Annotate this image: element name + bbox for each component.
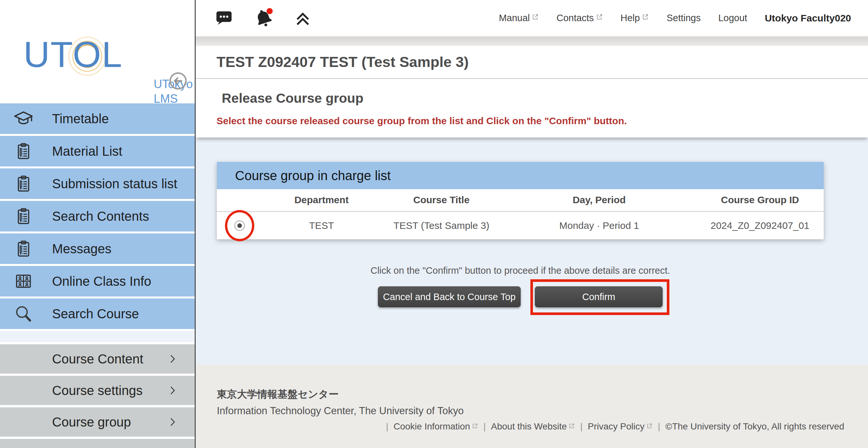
sidebar-item-course-settings[interactable]: Course settings [0, 376, 195, 405]
page-title: TEST Z092407 TEST (Test Sample 3) [217, 54, 468, 71]
sidebar-collapse-button[interactable] [168, 71, 188, 91]
page-title-band: TEST Z092407 TEST (Test Sample 3) [196, 46, 868, 78]
logo-text: UTOL [24, 36, 123, 73]
external-link-icon [642, 12, 649, 23]
contacts-link[interactable]: Contacts [556, 13, 603, 24]
clipboard-list-icon [13, 173, 34, 194]
clipboard-list-icon [13, 141, 34, 162]
topbar-icon-group [214, 7, 312, 29]
logout-link[interactable]: Logout [718, 13, 747, 24]
sidebar-item-search-contents[interactable]: Search Contents [0, 201, 195, 232]
copyright-text: ©The University of Tokyo, All rights res… [665, 421, 844, 432]
table-header-row: Department Course Title Day, Period Cour… [217, 189, 824, 211]
cell-course-group-id: 2024_Z0_Z092407_01 [696, 211, 824, 239]
sidebar-item-online-class-info[interactable]: Online Class Info [0, 266, 195, 297]
action-buttons: Cancel and Back to Course Top Confirm [217, 286, 824, 307]
column-header-course-title: Course Title [381, 189, 502, 211]
sidebar-item-course-group[interactable]: Course group [0, 407, 195, 437]
radio-column-header [217, 189, 262, 211]
radio-cell [217, 211, 262, 239]
section-band: Release Course group Select the course r… [196, 79, 868, 138]
footer-links: | Cookie Information | About this Websit… [217, 421, 844, 432]
footer-separator: | [580, 421, 583, 432]
notifications-button[interactable] [253, 7, 275, 29]
main-content: Course group in charge list Department C… [196, 138, 868, 365]
external-link-icon [532, 12, 539, 23]
privacy-policy-link[interactable]: Privacy Policy [588, 421, 652, 432]
footer-separator: | [386, 421, 388, 432]
graduation-cap-icon [13, 108, 34, 129]
footer-separator: | [484, 421, 486, 432]
topbar-shadow [196, 37, 868, 46]
sidebar-item-material-list[interactable]: Material List [0, 136, 195, 167]
bell-icon [253, 7, 275, 29]
sidebar-item-messages[interactable]: Messages [0, 234, 195, 264]
footer-org-english: Information Technology Center, The Unive… [217, 405, 844, 417]
about-website-link[interactable]: About this Website [491, 421, 575, 432]
external-link-icon [646, 421, 653, 432]
footer: 東京大学情報基盤センター Information Technology Cent… [196, 365, 868, 448]
cell-department: TEST [262, 211, 381, 239]
notification-badge [267, 8, 273, 14]
external-link-icon [568, 421, 575, 432]
chevron-right-icon [167, 416, 179, 428]
sidebar: UTOL UTokyo LMS Timetable [0, 0, 196, 448]
topbar-links: Manual Contacts Help Settings Logout Uto… [499, 13, 851, 24]
collapse-topbar-button[interactable] [293, 8, 312, 28]
course-group-card: Course group in charge list Department C… [217, 162, 824, 239]
column-header-day-period: Day, Period [502, 189, 696, 211]
user-name: Utokyo Faculty020 [765, 13, 851, 24]
utol-logo[interactable]: UTOL UTokyo LMS [24, 36, 123, 73]
chat-icon [214, 7, 234, 29]
sidebar-menu: Timetable Material List [0, 103, 195, 448]
clipboard-list-icon [13, 238, 34, 259]
messages-button[interactable] [214, 7, 234, 29]
sidebar-item-timetable[interactable]: Timetable [0, 103, 195, 134]
arrow-left-circle-icon [168, 87, 188, 92]
sidebar-item-course-content[interactable]: Course Content [0, 344, 195, 374]
people-grid-icon [13, 271, 34, 291]
sidebar-item-clipped [0, 439, 195, 448]
table-row: TEST TEST (Test Sample 3) Monday · Perio… [217, 211, 824, 239]
footer-separator: | [658, 421, 660, 432]
instruction-text: Select the course released course group … [217, 115, 627, 127]
column-header-department: Department [262, 189, 381, 211]
cookie-information-link[interactable]: Cookie Information [394, 421, 478, 432]
external-link-icon [596, 12, 603, 23]
sidebar-item-submission-status-list[interactable]: Submission status list [0, 168, 195, 199]
sidebar-item-search-course[interactable]: Search Course [0, 299, 195, 329]
confirm-button[interactable]: Confirm [535, 286, 662, 307]
cancel-button[interactable]: Cancel and Back to Course Top [378, 286, 521, 307]
clipboard-list-icon [13, 206, 34, 227]
chevron-right-icon [167, 353, 179, 365]
external-link-icon [472, 421, 478, 432]
course-group-radio[interactable] [235, 220, 245, 231]
utol-app: { "app": { "logo_text": "UTOL", "logo_su… [0, 0, 868, 448]
double-chevron-up-icon [293, 8, 312, 28]
column-header-course-group-id: Course Group ID [696, 189, 824, 211]
cell-course-title: TEST (Test Sample 3) [381, 211, 502, 239]
card-title: Course group in charge list [217, 162, 824, 189]
manual-link[interactable]: Manual [499, 13, 539, 24]
footer-org-japanese: 東京大学情報基盤センター [217, 387, 844, 401]
section-title: Release Course group [222, 91, 363, 106]
chevron-right-icon [167, 385, 179, 396]
cell-day-period: Monday · Period 1 [502, 211, 696, 239]
sidebar-section-divider [0, 331, 195, 342]
topbar: Manual Contacts Help Settings Logout Uto… [196, 0, 868, 36]
confirm-note: Click on the "Confirm" button to proceed… [217, 265, 824, 276]
course-group-table: Department Course Title Day, Period Cour… [217, 189, 824, 239]
settings-link[interactable]: Settings [666, 13, 701, 24]
help-link[interactable]: Help [621, 13, 649, 24]
search-icon [13, 303, 34, 324]
